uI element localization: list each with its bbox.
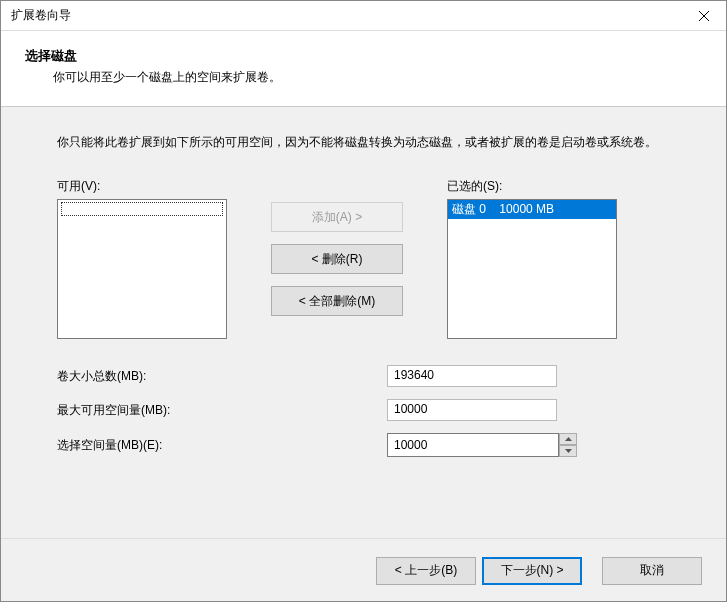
remove-all-button[interactable]: < 全部删除(M): [271, 286, 403, 316]
available-column: 可用(V):: [57, 178, 227, 339]
wizard-footer: < 上一步(B) 下一步(N) > 取消: [1, 538, 726, 602]
page-subtitle: 你可以用至少一个磁盘上的空间来扩展卷。: [25, 69, 702, 86]
list-item[interactable]: 磁盘 0 10000 MB: [448, 200, 616, 219]
description-text: 你只能将此卷扩展到如下所示的可用空间，因为不能将磁盘转换为动态磁盘，或者被扩展的…: [57, 133, 670, 152]
remove-button[interactable]: < 删除(R): [271, 244, 403, 274]
disk-size: 10000 MB: [499, 202, 554, 216]
selected-label: 已选的(S):: [447, 178, 617, 195]
select-space-row: 选择空间量(MB)(E):: [57, 433, 670, 457]
back-button[interactable]: < 上一步(B): [376, 557, 476, 585]
space-spinner: [387, 433, 577, 457]
chevron-up-icon: [565, 437, 572, 441]
cancel-button[interactable]: 取消: [602, 557, 702, 585]
max-space-row: 最大可用空间量(MB): 10000: [57, 399, 670, 421]
available-label: 可用(V):: [57, 178, 227, 195]
spinner-buttons: [559, 433, 577, 457]
disk-name: 磁盘 0: [452, 202, 486, 216]
page-title: 选择磁盘: [25, 47, 702, 65]
close-icon: [699, 11, 709, 21]
add-button[interactable]: 添加(A) >: [271, 202, 403, 232]
content-area: 你只能将此卷扩展到如下所示的可用空间，因为不能将磁盘转换为动态磁盘，或者被扩展的…: [1, 106, 726, 538]
transfer-buttons: 添加(A) > < 删除(R) < 全部删除(M): [227, 178, 447, 316]
chevron-down-icon: [565, 449, 572, 453]
wizard-header: 选择磁盘 你可以用至少一个磁盘上的空间来扩展卷。: [1, 31, 726, 106]
spinner-down-button[interactable]: [559, 445, 577, 457]
size-fields: 卷大小总数(MB): 193640 最大可用空间量(MB): 10000 选择空…: [57, 365, 670, 457]
next-button[interactable]: 下一步(N) >: [482, 557, 582, 585]
window-title: 扩展卷向导: [11, 7, 71, 24]
disk-lists-row: 可用(V): 添加(A) > < 删除(R) < 全部删除(M) 已选的(S):…: [57, 178, 670, 339]
spinner-up-button[interactable]: [559, 433, 577, 445]
max-space-label: 最大可用空间量(MB):: [57, 402, 387, 419]
total-size-value: 193640: [387, 365, 557, 387]
selected-column: 已选的(S): 磁盘 0 10000 MB: [447, 178, 617, 339]
max-space-value: 10000: [387, 399, 557, 421]
available-listbox[interactable]: [57, 199, 227, 339]
total-size-label: 卷大小总数(MB):: [57, 368, 387, 385]
space-amount-input[interactable]: [387, 433, 559, 457]
list-item[interactable]: [61, 202, 223, 216]
selected-listbox[interactable]: 磁盘 0 10000 MB: [447, 199, 617, 339]
titlebar: 扩展卷向导: [1, 1, 726, 31]
select-space-label: 选择空间量(MB)(E):: [57, 437, 387, 454]
total-size-row: 卷大小总数(MB): 193640: [57, 365, 670, 387]
close-button[interactable]: [681, 1, 726, 31]
